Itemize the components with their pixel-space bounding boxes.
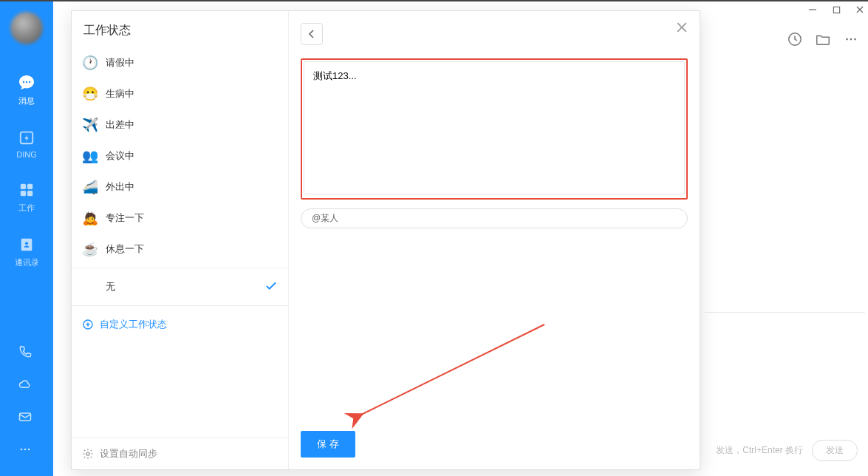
- svg-point-20: [850, 38, 852, 41]
- status-item-leave[interactable]: 🕐 请假中: [72, 47, 288, 78]
- svg-point-11: [21, 449, 23, 451]
- status-label: 专注一下: [106, 211, 278, 225]
- status-list: 🕐 请假中 😷 生病中 ✈️ 出差中 👥 会议中: [72, 47, 288, 438]
- folder-icon[interactable]: [815, 31, 831, 47]
- gear-icon: [82, 448, 94, 460]
- svg-line-28: [361, 324, 544, 415]
- chat-bubble-icon: [18, 74, 35, 92]
- send-bar: 发送，Ctrl+Enter 换行 发送: [716, 440, 858, 461]
- nav-messages[interactable]: 消息: [0, 67, 53, 121]
- mention-button[interactable]: @某人: [301, 208, 688, 228]
- svg-point-9: [25, 242, 28, 245]
- header-action-icons: [787, 31, 859, 47]
- status-label: 无: [106, 280, 264, 293]
- check-icon: [264, 279, 278, 295]
- svg-point-12: [24, 449, 27, 451]
- status-item-none[interactable]: 无: [72, 271, 288, 302]
- bow-person-icon: 🙇: [82, 210, 98, 226]
- settings-auto-sync[interactable]: 设置自动同步: [72, 438, 288, 469]
- close-modal-button[interactable]: [674, 20, 689, 35]
- svg-rect-4: [21, 184, 26, 189]
- sidebar-bottom: [18, 337, 35, 476]
- status-label: 出差中: [106, 118, 278, 132]
- modal-right-panel: @某人 保 存: [289, 11, 700, 469]
- address-book-icon: [18, 236, 35, 254]
- app-root: 消息 DING 工作 通讯录: [0, 0, 868, 476]
- status-label: 会议中: [106, 149, 278, 163]
- plus-circle-icon: [82, 319, 94, 330]
- calendar-bolt-icon: [18, 129, 35, 146]
- history-icon[interactable]: [787, 31, 803, 47]
- send-button[interactable]: 发送: [812, 440, 858, 461]
- people-icon: 👥: [82, 148, 98, 164]
- status-item-rest[interactable]: ☕ 休息一下: [72, 234, 288, 265]
- svg-point-19: [846, 38, 848, 41]
- status-text-input[interactable]: [304, 61, 685, 194]
- chat-divider: [705, 312, 865, 313]
- avatar[interactable]: [10, 12, 43, 44]
- airplane-icon: ✈️: [82, 117, 98, 133]
- svg-point-2: [29, 81, 30, 83]
- send-hint: 发送，Ctrl+Enter 换行: [716, 444, 803, 457]
- nav-label: 工作: [18, 203, 35, 214]
- close-window-icon[interactable]: [855, 4, 865, 15]
- settings-sync-label: 设置自动同步: [100, 447, 157, 460]
- annotation-arrow-icon: [301, 228, 685, 435]
- svg-point-21: [854, 38, 856, 41]
- svg-point-1: [26, 81, 27, 83]
- main-area: 发送，Ctrl+Enter 换行 发送 工作状态 🕐 请假中 😷 生病中: [53, 1, 868, 476]
- status-label: 外出中: [106, 180, 278, 194]
- status-item-sick[interactable]: 😷 生病中: [72, 78, 288, 109]
- svg-rect-7: [27, 191, 33, 196]
- nav-label: 消息: [18, 95, 35, 106]
- divider: [72, 305, 288, 306]
- sick-face-icon: 😷: [82, 86, 98, 102]
- svg-point-25: [86, 452, 89, 455]
- nav-work[interactable]: 工作: [0, 174, 53, 228]
- svg-rect-15: [833, 7, 839, 13]
- minimize-icon[interactable]: [807, 4, 818, 15]
- custom-status-label: 自定义工作状态: [100, 318, 167, 331]
- svg-rect-5: [27, 184, 33, 189]
- more-icon[interactable]: [18, 442, 35, 460]
- status-label: 休息一下: [106, 242, 278, 256]
- status-label: 请假中: [106, 56, 278, 69]
- status-label: 生病中: [106, 87, 278, 101]
- svg-rect-6: [21, 191, 26, 196]
- nav-ding[interactable]: DING: [0, 121, 53, 174]
- coffee-icon: ☕: [82, 241, 98, 257]
- phone-icon[interactable]: [18, 344, 35, 362]
- maximize-icon[interactable]: [831, 4, 841, 15]
- status-item-out[interactable]: 🚄 外出中: [72, 171, 288, 203]
- nav-label: DING: [16, 150, 37, 159]
- modal-title: 工作状态: [72, 11, 288, 47]
- svg-point-0: [23, 81, 24, 83]
- status-item-meeting[interactable]: 👥 会议中: [72, 140, 288, 171]
- clock-icon: 🕐: [82, 55, 98, 71]
- work-status-modal: 工作状态 🕐 请假中 😷 生病中 ✈️ 出差中 👥: [71, 10, 700, 470]
- divider: [72, 268, 288, 268]
- train-icon: 🚄: [82, 179, 98, 195]
- nav-contacts[interactable]: 通讯录: [0, 228, 53, 283]
- apps-grid-icon: [18, 181, 35, 199]
- mail-icon[interactable]: [18, 409, 35, 427]
- modal-left-panel: 工作状态 🕐 请假中 😷 生病中 ✈️ 出差中 👥: [72, 11, 289, 469]
- window-controls: [807, 4, 865, 15]
- svg-point-13: [28, 449, 30, 451]
- empty-icon: [82, 279, 98, 295]
- sidebar: 消息 DING 工作 通讯录: [0, 1, 53, 476]
- status-item-focus[interactable]: 🙇 专注一下: [72, 203, 288, 234]
- nav-label: 通讯录: [15, 257, 39, 268]
- cloud-icon[interactable]: [18, 377, 35, 395]
- save-button[interactable]: 保 存: [301, 431, 355, 458]
- spacer: [301, 228, 688, 431]
- back-button[interactable]: [301, 23, 323, 45]
- status-text-highlight: [301, 58, 688, 200]
- custom-status-button[interactable]: 自定义工作状态: [72, 309, 288, 340]
- status-item-business-trip[interactable]: ✈️ 出差中: [72, 109, 288, 140]
- kebab-icon[interactable]: [843, 31, 859, 47]
